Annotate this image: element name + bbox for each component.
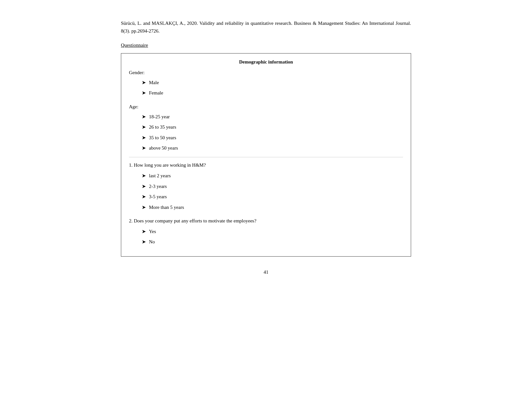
q1-option-3: 3-5 years: [149, 193, 167, 201]
list-item: ➤ Male: [142, 79, 403, 86]
q1-options-list: ➤ last 2 years ➤ 2-3 years ➤ 3-5 years ➤…: [129, 172, 403, 211]
age-option-4: above 50 years: [149, 144, 178, 152]
list-item: ➤ 35 to 50 years: [142, 134, 403, 142]
questionnaire-box: Demographic information Gender: ➤ Male ➤…: [121, 53, 411, 257]
arrow-icon: ➤: [142, 134, 146, 142]
age-option-1: 18-25 year: [149, 113, 170, 121]
q2-option-1: Yes: [149, 228, 156, 235]
section-divider: [129, 157, 403, 157]
box-title: Demographic information: [129, 59, 403, 65]
gender-label: Gender:: [129, 70, 403, 75]
gender-option-female: Female: [149, 89, 163, 97]
arrow-icon: ➤: [142, 113, 146, 121]
list-item: ➤ above 50 years: [142, 144, 403, 152]
list-item: ➤ last 2 years: [142, 172, 403, 180]
arrow-icon: ➤: [142, 145, 146, 152]
arrow-icon: ➤: [142, 172, 146, 180]
arrow-icon: ➤: [142, 239, 146, 246]
list-item: ➤ 2-3 years: [142, 182, 403, 190]
reference-block: Sürücü, L. and MASLAKÇI, A., 2020. Valid…: [121, 19, 411, 35]
gender-option-male: Male: [149, 79, 159, 86]
list-item: ➤ Female: [142, 89, 403, 97]
q1-option-2: 2-3 years: [149, 182, 167, 190]
questionnaire-heading: Questionnaire: [121, 43, 411, 48]
arrow-icon: ➤: [142, 79, 146, 86]
page-number: 41: [121, 269, 411, 275]
arrow-icon: ➤: [142, 204, 146, 211]
question-2-text: 2. Does your company put any efforts to …: [129, 218, 403, 224]
q2-options-list: ➤ Yes ➤ No: [129, 228, 403, 246]
arrow-icon: ➤: [142, 228, 146, 235]
list-item: ➤ No: [142, 238, 403, 246]
q2-option-2: No: [149, 238, 155, 246]
list-item: ➤ Yes: [142, 228, 403, 235]
gender-options-list: ➤ Male ➤ Female: [129, 79, 403, 97]
list-item: ➤ 26 to 35 years: [142, 123, 403, 131]
q1-option-4: More than 5 years: [149, 203, 184, 211]
arrow-icon: ➤: [142, 193, 146, 201]
list-item: ➤ 18-25 year: [142, 113, 403, 121]
age-option-2: 26 to 35 years: [149, 123, 176, 131]
list-item: ➤ 3-5 years: [142, 193, 403, 201]
age-option-3: 35 to 50 years: [149, 134, 176, 142]
arrow-icon: ➤: [142, 90, 146, 97]
arrow-icon: ➤: [142, 183, 146, 190]
question-1-text: 1. How long you are working in H&M?: [129, 162, 403, 168]
arrow-icon: ➤: [142, 124, 146, 131]
list-item: ➤ More than 5 years: [142, 203, 403, 211]
age-options-list: ➤ 18-25 year ➤ 26 to 35 years ➤ 35 to 50…: [129, 113, 403, 152]
age-label: Age:: [129, 104, 403, 110]
q1-option-1: last 2 years: [149, 172, 171, 180]
reference-text: Sürücü, L. and MASLAKÇI, A., 2020. Valid…: [121, 19, 411, 35]
